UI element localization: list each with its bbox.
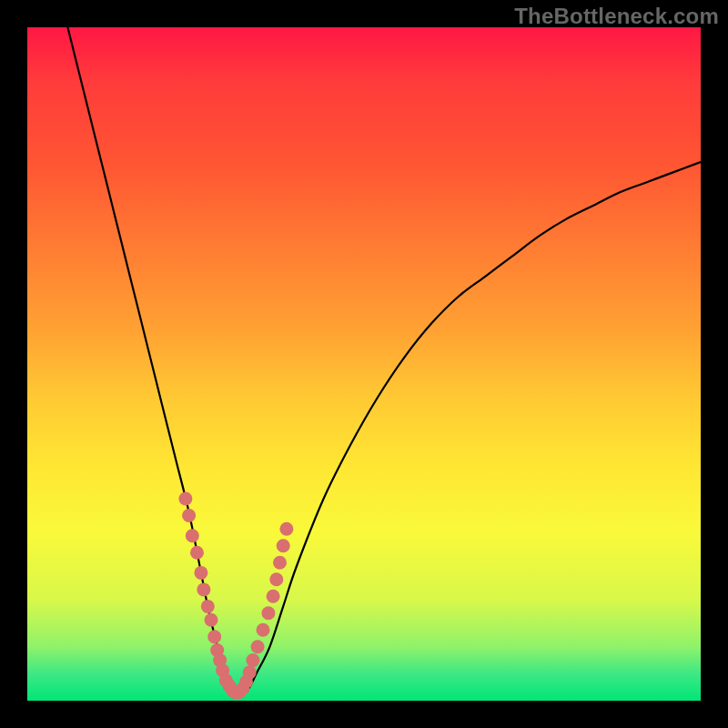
highlight-dot [246,653,259,667]
highlight-dots [178,492,293,700]
plot-area [27,27,701,701]
highlight-dot [205,613,218,627]
highlight-dot [261,606,275,620]
highlight-dot [257,623,270,637]
highlight-dot [243,665,257,679]
highlight-dot [269,572,283,586]
highlight-dot [277,539,290,552]
highlight-dot [251,640,265,653]
highlight-dot [197,582,210,596]
highlight-dot [186,529,199,542]
highlight-dot [178,492,192,506]
chart-overlay [27,27,701,701]
highlight-dot [207,630,221,643]
highlight-dot [194,566,207,580]
bottleneck-curve [67,27,701,695]
highlight-dot [273,556,287,570]
highlight-dot [279,522,293,536]
highlight-dot [201,600,215,613]
watermark-text: TheBottleneck.com [514,4,719,29]
highlight-dot [182,509,196,522]
highlight-dot [267,590,280,603]
highlight-dot [190,546,204,560]
chart-frame: TheBottleneck.com [0,0,728,728]
